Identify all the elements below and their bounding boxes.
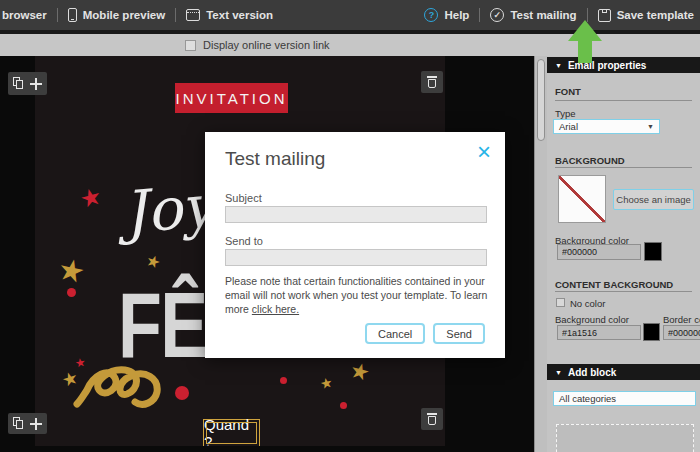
options-bar: Display online version link [0,34,700,56]
star-decoration: ★ [347,359,372,385]
move-block-icon[interactable] [30,78,42,90]
choose-image-button[interactable]: Choose an image [613,189,694,210]
delete-block-button-bottom[interactable] [421,408,443,430]
background-color-input[interactable] [557,244,641,260]
background-image-preview [558,175,606,223]
test-mailing-button[interactable]: ✓ Test mailing [490,8,576,22]
top-toolbar: browser Mobile preview Text version ? He… [0,0,700,30]
display-online-version-checkbox[interactable] [185,40,196,51]
star-decoration: ★ [55,254,88,289]
content-background-color-swatch[interactable] [643,323,660,341]
type-label: Type [555,108,576,119]
text-version-label: Text version [206,9,273,21]
browser-preview-button[interactable]: browser [2,9,47,21]
browser-preview-label: browser [2,9,47,21]
close-icon[interactable]: × [477,140,491,164]
duplicate-block-icon[interactable] [13,77,24,90]
toolbar-separator [479,8,480,22]
move-block-icon[interactable] [30,418,42,430]
section-divider [555,291,692,292]
draggable-block-placeholder[interactable] [556,424,694,452]
no-color-checkbox[interactable] [556,298,565,307]
block-controls-top [8,72,47,95]
section-divider [555,100,692,101]
border-color-input[interactable] [663,325,700,340]
font-section-label: FONT [555,86,581,97]
section-divider [555,167,692,168]
toolbar-separator [587,8,588,22]
subject-input[interactable] [225,206,487,223]
email-properties-header[interactable]: ▼ Email properties [547,57,700,73]
background-color-swatch[interactable] [644,242,662,261]
trash-icon [427,413,437,415]
border-color-label: Border color [663,314,700,325]
invitation-banner-block[interactable]: INVITATION [175,83,288,113]
font-type-dropdown[interactable]: Arial ▼ [553,119,660,134]
block-category-value: All categories [559,393,616,404]
quand-text-block[interactable]: Quand ? [203,419,260,446]
add-block-title: Add block [568,367,616,378]
save-template-label: Save template [617,9,694,21]
mobile-preview-label: Mobile preview [83,9,165,21]
help-icon: ? [424,8,438,22]
mobile-phone-icon [68,8,77,22]
duplicate-block-icon[interactable] [13,417,24,430]
help-button[interactable]: ? Help [424,8,469,22]
chevron-down-icon: ▼ [647,123,654,130]
no-color-label: No color [570,298,605,309]
send-to-input[interactable] [225,249,487,266]
trash-icon [427,76,437,78]
text-version-button[interactable]: Text version [186,9,273,21]
gold-ribbon-decoration [73,358,165,414]
mobile-preview-button[interactable]: Mobile preview [68,8,165,22]
test-mailing-label: Test mailing [510,9,576,21]
click-here-link[interactable]: click here. [252,303,299,315]
content-background-section-label: CONTENT BACKGROUND [555,279,673,290]
cancel-button[interactable]: Cancel [365,323,425,344]
send-to-label: Send to [225,235,263,247]
delete-block-button-top[interactable] [421,71,443,93]
background-section-label: BACKGROUND [555,155,625,166]
save-template-button[interactable]: Save template [598,9,694,22]
dot-decoration [340,402,347,409]
toolbar-separator [175,8,176,22]
help-label: Help [444,9,469,21]
canvas-scrollbar-thumb[interactable] [537,59,545,141]
block-controls-bottom [8,413,47,434]
email-editor-window: browser Mobile preview Text version ? He… [0,0,700,452]
email-properties-title: Email properties [568,60,646,71]
content-background-color-input[interactable] [557,325,641,340]
add-block-header[interactable]: ▼ Add block [547,364,700,380]
collapse-triangle-icon: ▼ [555,369,562,376]
dot-decoration [175,386,189,400]
font-type-value: Arial [559,121,578,132]
dot-decoration [67,288,76,297]
content-background-color-label: Background color [555,314,629,325]
text-version-icon [186,9,200,21]
toolbar-shadow-strip [0,30,700,34]
dot-decoration [280,377,287,384]
subject-label: Subject [225,192,262,204]
dialog-buttons: Cancel Send [365,323,485,344]
collapse-triangle-icon: ▼ [555,62,562,69]
toolbar-right-group: ? Help ✓ Test mailing Save template [424,8,700,22]
check-circle-icon: ✓ [490,8,504,22]
star-decoration: ★ [77,184,104,213]
canvas-scrollbar-track[interactable] [534,56,547,452]
toolbar-separator [57,8,58,22]
save-icon [598,9,611,22]
dialog-title: Test mailing [225,148,325,170]
star-decoration: ★ [319,375,334,391]
toolbar-left-group: browser Mobile preview Text version [0,8,273,22]
star-decoration: ★ [144,252,163,272]
dialog-note: Please note that certain functionalities… [225,274,491,316]
send-button[interactable]: Send [433,323,485,344]
block-category-dropdown[interactable]: All categories [553,391,696,406]
display-online-version-label: Display online version link [203,39,330,51]
right-sidebar: ▼ Email properties FONT Type Arial ▼ BAC… [547,56,700,452]
test-mailing-dialog: Test mailing × Subject Send to Please no… [205,132,505,358]
